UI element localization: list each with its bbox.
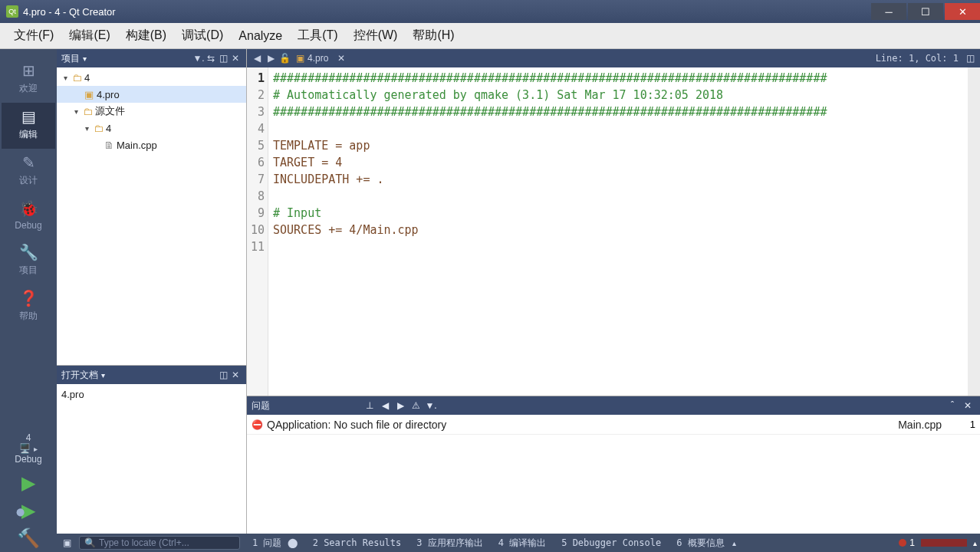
desktop-icon: 🖥️ ▸ (19, 443, 37, 454)
split-icon[interactable]: ◫ (217, 370, 229, 380)
kit-selector[interactable]: 4 🖥️ ▸ Debug (2, 428, 55, 469)
filter-icon[interactable]: ▼. (192, 53, 205, 64)
mode-label: 欢迎 (19, 82, 38, 95)
tree-root[interactable]: ▾ 🗀 4 (57, 69, 246, 86)
menu-build[interactable]: 构建(B) (118, 25, 174, 47)
pane-debugger-console[interactable]: 5 Debugger Console (554, 537, 669, 548)
mode-debug[interactable]: 🐞 Debug (2, 195, 55, 238)
help-icon: ❓ (19, 289, 38, 307)
clear-icon[interactable]: ⊥ (362, 400, 377, 411)
code-area[interactable]: ########################################… (268, 67, 968, 396)
tree-main-cpp[interactable]: 🗎 Main.cpp (57, 136, 246, 153)
folder-icon: 🗀 (81, 106, 94, 117)
open-documents-title: 打开文档 (61, 369, 98, 382)
tree-pro-file[interactable]: ▣ 4.pro (57, 86, 246, 103)
tree-label: 源文件 (95, 104, 125, 118)
nav-fwd-icon[interactable]: ▶ (264, 53, 278, 64)
expand-icon[interactable]: ▾ (60, 74, 71, 82)
titlebar: Qt 4.pro - 4 - Qt Creator ─ ☐ ✕ (0, 0, 980, 23)
split-editor-icon[interactable]: ◫ (963, 53, 977, 64)
progress-toggle-icon[interactable]: ▴ (973, 539, 977, 547)
issue-row[interactable]: ⛔ QApplication: No such file or director… (247, 415, 980, 435)
pane-issues[interactable]: 1 问题 ⬤ (245, 537, 305, 550)
menu-tools[interactable]: 工具(T) (290, 25, 345, 47)
more-panes-icon[interactable]: ▴ (732, 539, 736, 547)
issue-message: QApplication: No such file or directory (267, 419, 898, 431)
line-gutter: 123 456 789 1011 (247, 67, 268, 396)
folder-icon: 🗀 (71, 72, 83, 84)
mode-project[interactable]: 🔧 项目 (2, 238, 55, 284)
sidebar: 项目 ▾ ▼. ⇆ ◫ ✕ ▾ 🗀 4 ▣ 4.pro (57, 49, 247, 534)
open-documents-panel: 打开文档 ▾ ◫ ✕ 4.pro (57, 365, 246, 534)
nav-back-icon[interactable]: ◀ (250, 53, 264, 64)
close-tab-icon[interactable]: ✕ (337, 53, 345, 64)
locator-input[interactable]: 🔍 Type to locate (Ctrl+... (79, 536, 240, 550)
close-panel-icon[interactable]: ✕ (229, 53, 242, 64)
tree-label: 4 (84, 72, 90, 84)
mode-welcome[interactable]: ⊞ 欢迎 (2, 57, 55, 103)
cursor-position: Line: 1, Col: 1 (876, 53, 963, 64)
editor-file-tab[interactable]: ▣ 4.pro (291, 53, 333, 64)
collapse-icon[interactable]: ˆ (945, 400, 960, 411)
editor-toolbar: ◀ ▶ 🔓 ▣ 4.pro ✕ Line: 1, Col: 1 ◫ (247, 49, 980, 67)
code-editor[interactable]: 123 456 789 1011 #######################… (247, 67, 980, 396)
menu-help[interactable]: 帮助(H) (405, 25, 462, 47)
open-document-item[interactable]: 4.pro (61, 387, 242, 402)
dropdown-icon[interactable]: ▾ (101, 371, 105, 380)
dropdown-icon[interactable]: ▾ (83, 54, 87, 63)
mode-label: Debug (15, 220, 41, 231)
prev-icon[interactable]: ◀ (377, 400, 393, 411)
split-icon[interactable]: ◫ (217, 53, 229, 64)
expand-icon[interactable]: ▾ (81, 124, 92, 133)
design-icon: ✎ (22, 153, 35, 172)
mode-label: 编辑 (19, 128, 38, 141)
project-panel-header: 项目 ▾ ▼. ⇆ ◫ ✕ (57, 49, 246, 67)
pane-summary[interactable]: 6 概要信息 (669, 537, 732, 550)
warning-filter-icon[interactable]: ⚠ (408, 400, 423, 411)
locator-placeholder: Type to locate (Ctrl+... (99, 537, 189, 548)
kit-name: 4 (26, 432, 31, 443)
close-issues-icon[interactable]: ✕ (960, 400, 975, 411)
build-progress (921, 539, 967, 547)
sync-icon[interactable]: ⇆ (205, 53, 217, 64)
tree-label: Main.cpp (117, 140, 157, 151)
run-button[interactable]: ▶ (21, 469, 35, 497)
error-icon: ⛔ (252, 419, 264, 430)
vertical-scrollbar[interactable] (968, 67, 980, 396)
filter-icon[interactable]: ▼. (423, 400, 439, 411)
menu-debug[interactable]: 调试(D) (174, 25, 231, 47)
close-panel-icon[interactable]: ✕ (229, 370, 242, 380)
pane-compile-output[interactable]: 4 编译输出 (491, 537, 554, 550)
expand-icon[interactable]: ▾ (71, 107, 81, 116)
issues-panel: 问题 ⊥ ◀ ▶ ⚠ ▼. ˆ ✕ ⛔ QApplic (247, 396, 980, 534)
statusbar: ▣ 🔍 Type to locate (Ctrl+... 1 问题 ⬤ 2 Se… (57, 534, 980, 552)
window-title: 4.pro - 4 - Qt Creator (23, 6, 870, 18)
editor: ◀ ▶ 🔓 ▣ 4.pro ✕ Line: 1, Col: 1 ◫ 123 4 (247, 49, 980, 534)
lock-icon[interactable]: 🔓 (278, 53, 291, 64)
tree-subfolder[interactable]: ▾ 🗀 4 (57, 120, 246, 136)
mode-label: 帮助 (19, 310, 38, 323)
mode-help[interactable]: ❓ 帮助 (2, 284, 55, 330)
editor-filename: 4.pro (307, 53, 328, 64)
mode-label: 项目 (19, 264, 38, 277)
maximize-button[interactable]: ☐ (908, 3, 943, 20)
app-icon: Qt (6, 5, 18, 18)
tree-label: 4.pro (97, 89, 120, 100)
error-count[interactable]: 1 ▴ (899, 537, 977, 548)
pane-app-output[interactable]: 3 应用程序输出 (409, 537, 490, 550)
toggle-sidebar-icon[interactable]: ▣ (60, 537, 74, 548)
pane-search[interactable]: 2 Search Results (305, 537, 409, 548)
menu-widgets[interactable]: 控件(W) (346, 25, 406, 47)
mode-design[interactable]: ✎ 设计 (2, 149, 55, 195)
close-button[interactable]: ✕ (945, 3, 980, 20)
menu-edit[interactable]: 编辑(E) (61, 25, 117, 47)
tree-sources[interactable]: ▾ 🗀 源文件 (57, 103, 246, 120)
menu-analyze[interactable]: Analyze (231, 26, 290, 46)
menu-file[interactable]: 文件(F) (6, 25, 61, 47)
open-documents-header: 打开文档 ▾ ◫ ✕ (57, 366, 246, 384)
minimize-button[interactable]: ─ (871, 3, 906, 20)
next-icon[interactable]: ▶ (393, 400, 408, 411)
build-button[interactable]: 🔨 (17, 524, 40, 552)
debug-run-button[interactable]: ▶⬤ (21, 497, 35, 524)
mode-edit[interactable]: ▤ 编辑 (2, 103, 55, 149)
